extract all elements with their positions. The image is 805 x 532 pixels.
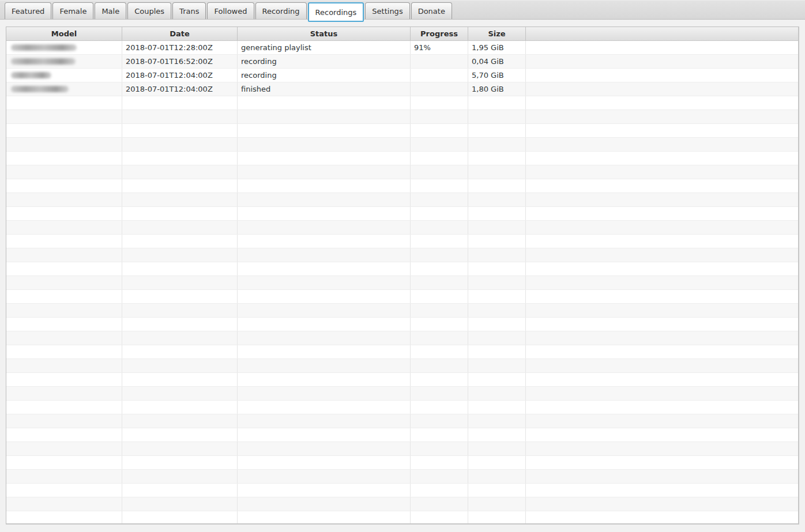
cell-empty: [526, 511, 798, 523]
cell-empty: [411, 152, 468, 165]
cell-empty: [526, 138, 798, 151]
cell-empty: [6, 138, 122, 151]
cell-size: 1,95 GiB: [468, 41, 526, 54]
tab-recordings[interactable]: Recordings: [308, 2, 364, 22]
cell-empty: [526, 290, 798, 303]
cell-empty: [238, 470, 411, 483]
cell-empty: [526, 262, 798, 276]
table-row-empty: [6, 248, 798, 262]
tab-trans[interactable]: Trans: [172, 2, 206, 19]
tab-settings[interactable]: Settings: [365, 2, 409, 19]
tab-couples[interactable]: Couples: [127, 2, 171, 19]
table-row[interactable]: 2018-07-01T12:04:00Zrecording5,70 GiB: [6, 69, 798, 82]
cell-empty: [122, 428, 238, 442]
table-row[interactable]: 2018-07-01T12:04:00Zfinished1,80 GiB: [6, 82, 798, 96]
cell-empty: [6, 373, 122, 386]
cell-size-text: 5,70 GiB: [472, 71, 504, 80]
tab-bar: FeaturedFemaleMaleCouplesTransFollowedRe…: [0, 0, 805, 20]
cell-filler: [526, 82, 798, 96]
cell-empty: [238, 318, 411, 331]
cell-empty: [526, 470, 798, 483]
cell-empty: [468, 138, 526, 151]
table-body: 2018-07-01T12:28:00Zgenerating playlist9…: [6, 41, 798, 523]
cell-empty: [122, 96, 238, 110]
cell-empty: [238, 359, 411, 372]
cell-empty: [122, 110, 238, 123]
cell-empty: [6, 318, 122, 331]
table-row-empty: [6, 511, 798, 523]
table-row-empty: [6, 235, 798, 248]
table-row[interactable]: 2018-07-01T16:52:00Zrecording0,04 GiB: [6, 55, 798, 69]
cell-empty: [526, 304, 798, 317]
cell-empty: [122, 442, 238, 455]
cell-status: recording: [238, 55, 411, 68]
column-header-model[interactable]: Model: [6, 27, 122, 40]
cell-empty: [6, 470, 122, 483]
cell-empty: [6, 442, 122, 455]
cell-empty: [122, 484, 238, 497]
cell-empty: [526, 110, 798, 123]
table-row[interactable]: 2018-07-01T12:28:00Zgenerating playlist9…: [6, 41, 798, 55]
cell-size: 0,04 GiB: [468, 55, 526, 68]
cell-empty: [238, 276, 411, 289]
cell-date-text: 2018-07-01T12:28:00Z: [126, 43, 213, 52]
cell-empty: [526, 165, 798, 179]
column-header-filler[interactable]: [526, 27, 798, 40]
cell-date: 2018-07-01T12:04:00Z: [122, 82, 238, 96]
redacted-model-name: [11, 58, 76, 65]
cell-empty: [468, 401, 526, 414]
cell-empty: [526, 179, 798, 193]
column-header-date[interactable]: Date: [122, 27, 238, 40]
column-header-status[interactable]: Status: [238, 27, 411, 40]
tab-female[interactable]: Female: [52, 2, 93, 19]
cell-empty: [122, 248, 238, 262]
cell-progress: [411, 69, 468, 82]
table-row-empty: [6, 428, 798, 442]
tab-featured[interactable]: Featured: [5, 2, 51, 19]
table-row-empty: [6, 470, 798, 484]
tab-male[interactable]: Male: [95, 2, 126, 19]
cell-empty: [526, 497, 798, 511]
cell-empty: [411, 235, 468, 248]
cell-empty: [411, 138, 468, 151]
cell-empty: [526, 96, 798, 110]
cell-empty: [411, 414, 468, 428]
tab-recording[interactable]: Recording: [255, 2, 307, 19]
tab-donate[interactable]: Donate: [411, 2, 452, 19]
cell-empty: [411, 470, 468, 483]
table-row-empty: [6, 96, 798, 110]
cell-empty: [526, 456, 798, 469]
cell-filler: [526, 41, 798, 54]
cell-empty: [526, 207, 798, 220]
cell-empty: [468, 387, 526, 400]
cell-empty: [411, 511, 468, 523]
cell-status: recording: [238, 69, 411, 82]
table-row-empty: [6, 207, 798, 221]
cell-empty: [238, 207, 411, 220]
cell-empty: [122, 401, 238, 414]
tab-followed[interactable]: Followed: [207, 2, 254, 19]
column-header-progress[interactable]: Progress: [411, 27, 468, 40]
cell-empty: [468, 442, 526, 455]
table-row-empty: [6, 193, 798, 207]
cell-empty: [122, 221, 238, 234]
cell-status: generating playlist: [238, 41, 411, 54]
cell-empty: [468, 235, 526, 248]
cell-empty: [468, 345, 526, 359]
table-row-empty: [6, 110, 798, 124]
cell-empty: [411, 345, 468, 359]
cell-empty: [6, 484, 122, 497]
cell-status-text: generating playlist: [241, 43, 311, 52]
cell-empty: [238, 345, 411, 359]
cell-empty: [6, 428, 122, 442]
cell-empty: [6, 304, 122, 317]
cell-empty: [238, 248, 411, 262]
cell-empty: [468, 318, 526, 331]
cell-empty: [468, 179, 526, 193]
column-header-size[interactable]: Size: [468, 27, 526, 40]
cell-empty: [411, 165, 468, 179]
cell-empty: [468, 276, 526, 289]
cell-empty: [122, 387, 238, 400]
cell-empty: [526, 331, 798, 345]
cell-empty: [468, 262, 526, 276]
